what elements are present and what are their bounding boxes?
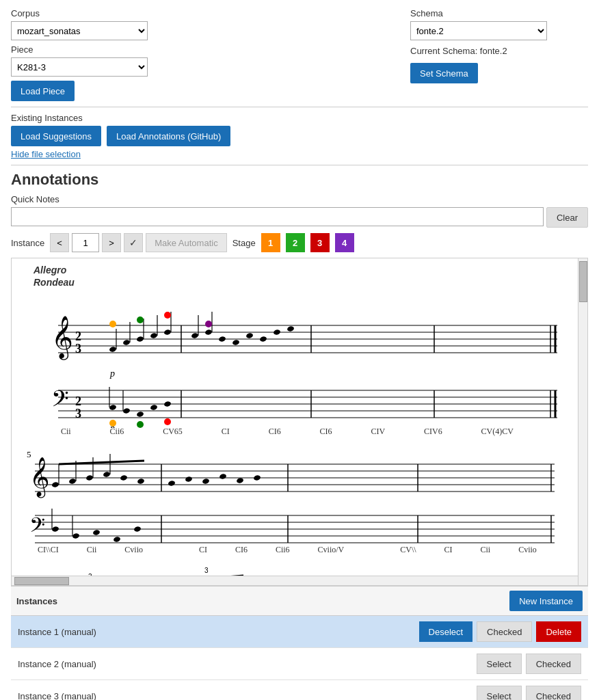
select-button-2[interactable]: Select bbox=[477, 654, 522, 674]
new-instance-button[interactable]: New Instance bbox=[509, 591, 583, 611]
checked-button-2[interactable]: Checked bbox=[526, 654, 581, 674]
make-automatic-button[interactable]: Make Automatic bbox=[146, 233, 227, 252]
set-schema-button[interactable]: Set Schema bbox=[410, 63, 478, 83]
checked-button-1[interactable]: Checked bbox=[477, 621, 532, 642]
chord-label: CI bbox=[444, 545, 453, 555]
instance-list-item-3: Instance 3 (manual) Select Checked bbox=[11, 680, 588, 700]
svg-point-85 bbox=[185, 476, 192, 483]
instance-3-name: Instance 3 (manual) bbox=[18, 691, 477, 701]
svg-text:2: 2 bbox=[75, 394, 81, 408]
hide-file-selection-link[interactable]: Hide file selection bbox=[11, 149, 81, 159]
svg-point-24 bbox=[137, 317, 144, 323]
svg-point-78 bbox=[137, 479, 144, 485]
next-instance-button[interactable]: > bbox=[102, 233, 121, 252]
chord-label: CIV6 bbox=[424, 427, 442, 437]
existing-instances-label: Existing Instances bbox=[11, 113, 588, 123]
chord-label: CIV bbox=[371, 427, 385, 437]
quick-notes-label: Quick Notes bbox=[11, 194, 588, 204]
svg-point-88 bbox=[236, 478, 243, 484]
quick-notes-input[interactable] bbox=[11, 207, 544, 226]
svg-point-30 bbox=[245, 333, 253, 339]
svg-point-53 bbox=[150, 405, 157, 411]
checked-button-3[interactable]: Checked bbox=[526, 686, 581, 700]
svg-point-74 bbox=[68, 479, 76, 485]
stage-2-button[interactable]: 2 bbox=[286, 233, 305, 252]
svg-text:𝄞: 𝄞 bbox=[51, 316, 73, 360]
chord-label: CV65 bbox=[163, 427, 183, 437]
score-staff-1: 𝄞 2 3 bbox=[17, 291, 557, 428]
deselect-button-1[interactable]: Deselect bbox=[419, 621, 473, 642]
chord-label: CI bbox=[222, 427, 230, 437]
svg-point-15 bbox=[136, 336, 144, 342]
chord-label: Cviio bbox=[518, 545, 537, 555]
chord-label: CI bbox=[199, 545, 207, 555]
svg-point-87 bbox=[219, 474, 226, 480]
stage-4-button[interactable]: 4 bbox=[335, 233, 354, 252]
svg-text:𝄢: 𝄢 bbox=[51, 386, 69, 417]
svg-text:𝄞: 𝄞 bbox=[29, 457, 50, 498]
chord-label: Cviio/V bbox=[318, 545, 345, 555]
svg-point-16 bbox=[150, 333, 157, 339]
chord-label: CI\\CI bbox=[38, 545, 59, 555]
load-suggestions-button[interactable]: Load Suggestions bbox=[11, 126, 101, 146]
svg-point-86 bbox=[202, 479, 209, 485]
svg-point-75 bbox=[85, 475, 93, 481]
instance-number-input[interactable] bbox=[72, 233, 99, 252]
svg-point-103 bbox=[113, 537, 120, 543]
stage-1-button[interactable]: 1 bbox=[261, 233, 280, 252]
scrollbar-h-thumb[interactable] bbox=[14, 577, 69, 585]
svg-point-76 bbox=[103, 472, 110, 478]
chord-label: CI6 bbox=[269, 427, 281, 437]
svg-point-51 bbox=[122, 408, 130, 414]
svg-text:3: 3 bbox=[75, 342, 81, 355]
clear-button[interactable]: Clear bbox=[546, 207, 588, 228]
chord-label: CI6 bbox=[235, 545, 248, 555]
instance-list-item-1: Instance 1 (manual) Deselect Checked Del… bbox=[11, 616, 588, 648]
instance-label: Instance bbox=[11, 238, 44, 248]
svg-point-31 bbox=[259, 336, 267, 342]
svg-point-13 bbox=[109, 347, 116, 353]
check-instance-button[interactable]: ✓ bbox=[124, 233, 143, 252]
instance-list-item-2: Instance 2 (manual) Select Checked bbox=[11, 648, 588, 680]
tempo-text: AllegroRondeau bbox=[34, 264, 572, 288]
svg-point-50 bbox=[109, 405, 116, 411]
load-annotations-button[interactable]: Load Annotations (GitHub) bbox=[107, 126, 230, 146]
svg-point-84 bbox=[168, 481, 175, 487]
svg-point-59 bbox=[164, 418, 171, 425]
chord-label: Cii6 bbox=[276, 545, 290, 555]
svg-point-17 bbox=[163, 329, 171, 336]
schema-select[interactable]: fonte.2 bbox=[410, 21, 547, 40]
select-button-3[interactable]: Select bbox=[477, 686, 522, 700]
svg-text:3: 3 bbox=[204, 567, 209, 574]
chord-label: Cii bbox=[481, 545, 491, 555]
svg-point-77 bbox=[120, 475, 127, 481]
svg-point-32 bbox=[273, 329, 280, 336]
svg-point-23 bbox=[109, 321, 116, 327]
scrollbar-thumb[interactable] bbox=[579, 261, 587, 302]
score-staff-3: 8 𝄞 bbox=[17, 562, 557, 576]
corpus-select[interactable]: mozart_sonatas bbox=[11, 21, 148, 40]
chord-label: Cii6 bbox=[110, 427, 124, 437]
svg-point-52 bbox=[136, 412, 144, 418]
svg-point-54 bbox=[163, 401, 171, 407]
stage-3-button[interactable]: 3 bbox=[310, 233, 330, 252]
instances-header-label: Instances bbox=[16, 596, 57, 606]
piece-select[interactable]: K281-3 bbox=[11, 57, 148, 77]
vertical-scrollbar[interactable] bbox=[578, 258, 587, 585]
svg-point-26 bbox=[191, 333, 198, 339]
svg-point-100 bbox=[51, 526, 59, 533]
svg-point-89 bbox=[253, 475, 261, 481]
corpus-label: Corpus bbox=[11, 8, 148, 18]
svg-point-101 bbox=[72, 533, 79, 539]
svg-point-28 bbox=[218, 336, 226, 342]
horizontal-scrollbar[interactable] bbox=[12, 576, 578, 585]
chord-label: Cii bbox=[87, 545, 97, 555]
svg-point-73 bbox=[51, 482, 59, 488]
svg-point-104 bbox=[133, 526, 141, 533]
delete-button-1[interactable]: Delete bbox=[536, 621, 581, 642]
svg-text:2: 2 bbox=[75, 329, 81, 343]
score-area: AllegroRondeau 𝄞 2 3 bbox=[11, 258, 588, 586]
prev-instance-button[interactable]: < bbox=[50, 233, 69, 252]
chord-label: CV\\ bbox=[400, 545, 416, 555]
load-piece-button[interactable]: Load Piece bbox=[11, 81, 75, 101]
